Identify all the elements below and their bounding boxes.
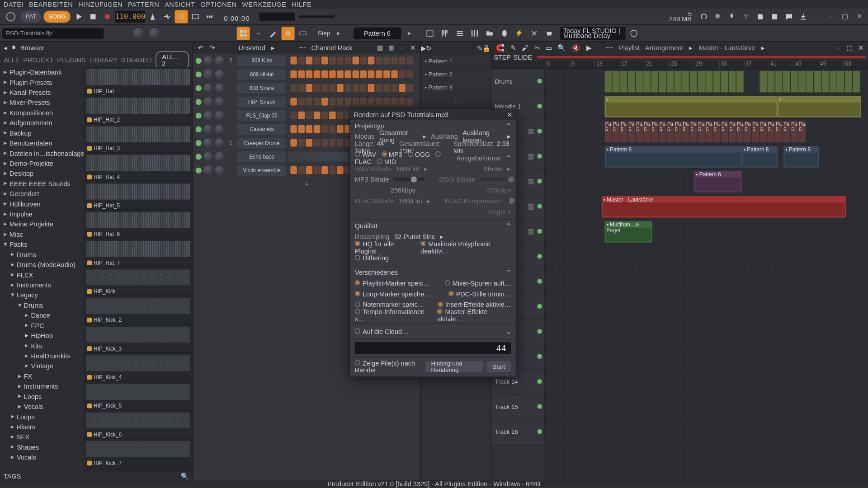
tempo-tap-icon[interactable]: ⚡ (513, 27, 526, 40)
channel-name[interactable]: Violin ensemble (237, 165, 286, 176)
tree-node[interactable]: ▸ Risers (0, 422, 84, 432)
clip-segment[interactable] (682, 71, 689, 92)
clip-segment[interactable]: Pa..n 5 (791, 121, 798, 142)
track-header[interactable]: Track 15 (491, 394, 545, 419)
step[interactable] (298, 139, 305, 146)
tree-node[interactable]: ▸ Misc (0, 229, 84, 239)
plist-max-icon[interactable]: ▢ (846, 44, 852, 52)
picker-paint-icon[interactable]: ✎ (477, 44, 482, 52)
noten-check[interactable] (355, 301, 360, 307)
playlist-track[interactable]: Melodie 1▪ ▪ (491, 94, 868, 119)
save-icon[interactable] (754, 10, 767, 23)
sample-item[interactable]: HIP_Kick_2 (84, 296, 193, 324)
step[interactable] (383, 98, 390, 105)
hint-panel-knob[interactable] (133, 28, 144, 38)
tools-icon[interactable]: ✻ (711, 10, 724, 23)
timeline-overview[interactable] (537, 56, 866, 58)
playlist-clip[interactable]: ▪ Pattern 8 (742, 146, 778, 167)
step[interactable] (329, 112, 336, 119)
step[interactable] (368, 70, 375, 78)
stereo-value[interactable]: Stereo (483, 165, 503, 172)
clip-segment[interactable] (760, 71, 767, 92)
tree-node[interactable]: ▸ Mixer-Presets (0, 97, 84, 107)
playlist-track[interactable]: Track 14 (491, 370, 868, 394)
step[interactable] (329, 98, 336, 105)
clip-segment[interactable]: Pa..n 5 (604, 121, 612, 142)
channel-mute-dot[interactable] (196, 167, 202, 173)
loop-rec-icon[interactable] (189, 10, 203, 23)
track-mute-dot[interactable] (537, 254, 542, 259)
channel-mute-dot[interactable] (196, 57, 202, 63)
automation-label[interactable]: Master - Lautstärke (698, 44, 755, 52)
plmarker-check[interactable] (355, 280, 360, 286)
tempo-check[interactable] (355, 309, 360, 314)
tree-node[interactable]: ▾ Drums (0, 300, 84, 310)
tree-node[interactable]: ▸ Demo-Projekte (0, 158, 84, 168)
tab-plugins[interactable]: PLUGINS (57, 56, 86, 64)
channel-row[interactable]: 2808 Kick (193, 54, 420, 67)
step[interactable] (383, 70, 390, 78)
clip-segment[interactable]: Pa..n 5 (760, 121, 767, 142)
step[interactable] (344, 70, 351, 78)
fmt-mp3-radio[interactable] (382, 151, 387, 157)
step[interactable] (337, 84, 344, 92)
channel-row[interactable]: 808 Snare (193, 81, 420, 94)
step[interactable] (290, 125, 297, 133)
view-channelrack-icon[interactable] (453, 27, 466, 40)
channel-pan-knob[interactable] (203, 97, 213, 106)
clip-segment[interactable] (791, 71, 798, 92)
channel-mixer-num[interactable]: 1 (226, 140, 236, 145)
track-mute-dot[interactable] (537, 379, 542, 384)
step[interactable] (306, 98, 313, 105)
playlist-clip[interactable] (604, 71, 760, 92)
clip-segment[interactable] (643, 71, 651, 92)
typing-kbd-icon[interactable] (297, 27, 310, 40)
pattern-snap-icon[interactable] (237, 27, 250, 40)
clip-segment[interactable]: Pa..n 5 (729, 121, 736, 142)
menu-bearbeiten[interactable]: BEARBEITEN (29, 0, 73, 8)
clip-segment[interactable]: Pa..n 5 (798, 121, 806, 142)
tree-node[interactable]: ▸ Shapes (0, 441, 84, 451)
rack-sort-label[interactable]: Unsorted (239, 44, 265, 52)
step[interactable] (391, 98, 398, 105)
step[interactable] (314, 84, 321, 92)
background-render-button[interactable]: Hintergrund-Rendering (425, 361, 483, 372)
master-check[interactable] (437, 309, 443, 314)
sample-item[interactable]: HIP_Kick_7 (84, 439, 193, 467)
track-header[interactable]: Track 16 (491, 420, 545, 444)
insert-check[interactable] (438, 301, 443, 307)
wavdepth-dropdown-icon[interactable]: ▸ (424, 165, 428, 173)
channel-name[interactable]: 808 Snare (237, 83, 286, 94)
rack-fwd-icon[interactable]: ↷ (209, 44, 215, 52)
step[interactable] (329, 84, 336, 92)
step[interactable] (306, 125, 313, 133)
ogg-bitrate-slider[interactable] (480, 178, 511, 181)
tree-node[interactable]: ▸ Backup (0, 127, 84, 137)
main-pitch-knob[interactable] (149, 28, 160, 38)
step[interactable] (353, 70, 359, 78)
step[interactable] (290, 70, 297, 78)
format-chevron-icon[interactable]: ⌃ (506, 154, 511, 162)
view-pianoroll-icon[interactable] (438, 27, 451, 40)
dither-check[interactable] (355, 255, 360, 261)
resample-dropdown-icon[interactable]: ▸ (440, 233, 443, 240)
channel-mixer-num[interactable]: 2 (226, 57, 236, 63)
menu-hinzufuegen[interactable]: HINZUFüGEN (78, 0, 123, 8)
step[interactable] (391, 56, 398, 64)
news-panel[interactable]: Today FL STUDIO |Multiband Delay (560, 27, 625, 40)
tab-starred[interactable]: STARRED (121, 56, 152, 64)
clip-segment[interactable]: Pa..n 5 (698, 121, 705, 142)
tree-node[interactable]: ▾ Legacy (0, 290, 84, 300)
sample-item[interactable]: HIP_Hat_6 (84, 210, 193, 238)
clip-segment[interactable]: Pa..n 5 (705, 121, 712, 142)
step[interactable] (329, 166, 336, 174)
arrangement-dropdown-icon[interactable]: ▸ (689, 44, 693, 52)
clip-segment[interactable] (675, 71, 682, 92)
playlist-track[interactable]: ▥▪ Pattern 8▪ Pattern 8▪ Pattern 8 (491, 144, 868, 169)
sample-item[interactable]: HIP_Hat_2 (84, 95, 193, 124)
tree-node[interactable]: ▸ HipHop (0, 330, 84, 340)
step[interactable] (314, 70, 321, 78)
channel-vol-knob[interactable] (215, 111, 224, 120)
showfile-check[interactable] (355, 360, 360, 366)
tab-projekt[interactable]: PROJEKT (23, 56, 53, 64)
